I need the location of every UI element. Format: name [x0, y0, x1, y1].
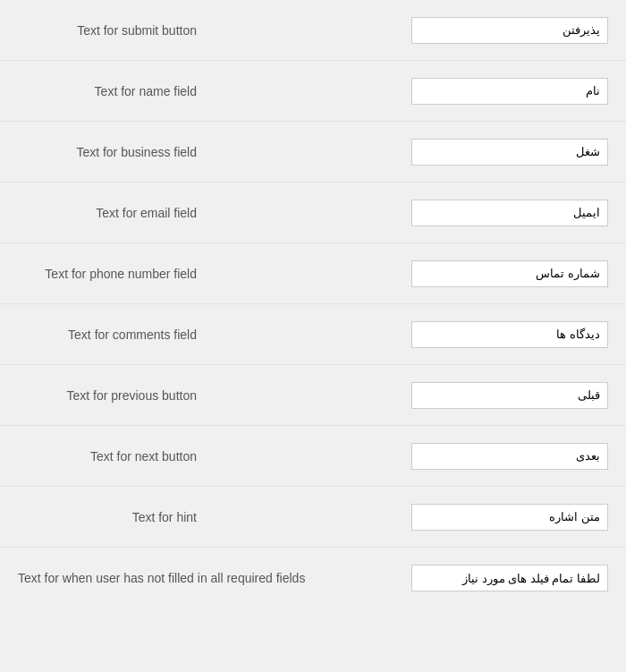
- left-side-name-field: [411, 78, 608, 105]
- description-required-fields-message: Text for when user has not filled in all…: [18, 571, 305, 585]
- description-comments-field: Text for comments field: [18, 327, 197, 342]
- description-previous-button: Text for previous button: [18, 388, 197, 403]
- left-side-next-button: [411, 443, 608, 470]
- row-required-fields-message: Text for when user has not filled in all…: [0, 548, 626, 608]
- description-hint-field: Text for hint: [18, 510, 197, 524]
- row-comments-field: Text for comments field: [0, 304, 626, 365]
- description-email-field: Text for email field: [18, 206, 197, 220]
- input-hint-field[interactable]: [411, 504, 608, 531]
- form-settings: Text for submit buttonText for name fiel…: [0, 0, 626, 608]
- row-submit-button: Text for submit button: [0, 0, 626, 61]
- input-previous-button[interactable]: [411, 382, 608, 409]
- left-side-required-fields-message: [411, 565, 608, 591]
- row-business-field: Text for business field: [0, 122, 626, 183]
- left-side-submit-button: [411, 17, 608, 44]
- row-previous-button: Text for previous button: [0, 365, 626, 426]
- input-business-field[interactable]: [411, 139, 608, 166]
- description-name-field: Text for name field: [18, 84, 197, 98]
- row-phone-field: Text for phone number field: [0, 243, 626, 304]
- left-side-comments-field: [411, 321, 608, 348]
- input-email-field[interactable]: [411, 200, 608, 226]
- row-name-field: Text for name field: [0, 61, 626, 122]
- left-side-previous-button: [411, 382, 608, 409]
- left-side-business-field: [411, 139, 608, 166]
- input-phone-field[interactable]: [411, 260, 608, 287]
- left-side-phone-field: [411, 260, 608, 287]
- input-next-button[interactable]: [411, 443, 608, 470]
- description-submit-button: Text for submit button: [18, 23, 197, 38]
- input-submit-button[interactable]: [411, 17, 608, 44]
- description-business-field: Text for business field: [18, 145, 197, 159]
- left-side-email-field: [411, 200, 608, 226]
- row-next-button: Text for next button: [0, 426, 626, 487]
- input-name-field[interactable]: [411, 78, 608, 105]
- row-hint-field: Text for hint: [0, 487, 626, 548]
- row-email-field: Text for email field: [0, 183, 626, 243]
- description-phone-field: Text for phone number field: [18, 267, 197, 281]
- input-required-fields-message[interactable]: [411, 565, 608, 591]
- left-side-hint-field: [411, 504, 608, 531]
- description-next-button: Text for next button: [18, 449, 197, 464]
- input-comments-field[interactable]: [411, 321, 608, 348]
